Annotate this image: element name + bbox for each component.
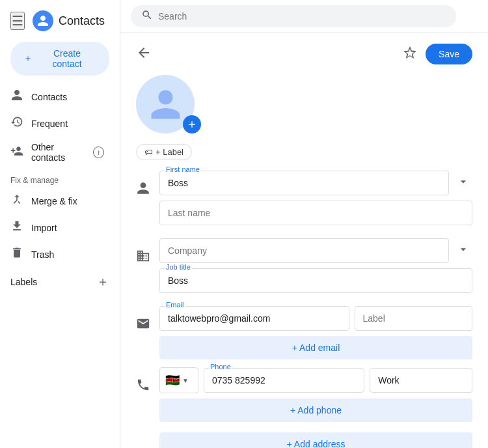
plus-icon: ＋ [23, 53, 33, 64]
app-avatar-icon [33, 10, 53, 31]
sidebar: ☰ Contacts ＋ Create contact Contacts Fre… [0, 0, 120, 448]
avatar-section [136, 75, 201, 133]
back-button[interactable] [136, 45, 152, 64]
sidebar-header: ☰ Contacts [0, 5, 120, 39]
form-area: Save 🏷 + Label [120, 33, 488, 448]
history-icon [10, 115, 23, 132]
person-add-icon [10, 145, 23, 161]
first-name-group: First name [159, 171, 472, 195]
create-contact-button[interactable]: ＋ Create contact [10, 42, 109, 76]
phone-input[interactable] [204, 368, 364, 393]
label-chip-icon: 🏷 [144, 147, 153, 157]
address-row: + Add address [136, 430, 472, 448]
add-email-label: + Add email [292, 343, 340, 353]
add-address-button[interactable]: + Add address [159, 432, 472, 448]
add-photo-button[interactable] [183, 115, 201, 133]
phone-row: 🇰🇪 ▼ Phone + Add phone [136, 367, 472, 422]
phone-label: Phone [209, 363, 232, 371]
job-title-label: Job title [165, 263, 192, 271]
last-name-input[interactable] [159, 201, 472, 225]
add-label-chip-button[interactable]: 🏷 + Label [136, 144, 192, 160]
email-form-icon [136, 306, 152, 334]
sidebar-item-trash[interactable]: Trash [0, 241, 115, 268]
name-fields: First name [159, 171, 472, 231]
company-group [159, 238, 472, 263]
expand-company-button[interactable] [454, 240, 472, 262]
person-icon [10, 89, 23, 105]
save-button[interactable]: Save [426, 44, 472, 64]
fix-manage-label: Fix & manage [0, 168, 120, 188]
phone-fields: 🇰🇪 ▼ Phone + Add phone [159, 367, 472, 422]
info-icon[interactable]: i [93, 147, 104, 158]
merge-icon [10, 193, 23, 209]
job-title-input[interactable] [159, 268, 472, 293]
app-title: Contacts [59, 14, 105, 28]
search-box[interactable] [131, 5, 456, 27]
email-field-wrapper: Email [159, 306, 349, 331]
job-title-group: Job title [159, 268, 472, 293]
labels-section: Labels ＋ [0, 268, 120, 296]
first-name-field-wrapper: First name [159, 171, 449, 195]
sidebar-merge-label: Merge & fix [31, 196, 77, 206]
first-name-input[interactable] [159, 171, 449, 195]
flag-emoji: 🇰🇪 [165, 373, 180, 387]
address-form-icon [136, 430, 152, 440]
topbar [120, 0, 488, 33]
sidebar-trash-label: Trash [31, 249, 54, 260]
company-form-icon [136, 238, 152, 266]
address-fields: + Add address [159, 430, 472, 448]
trash-icon [10, 246, 23, 262]
sidebar-item-contacts[interactable]: Contacts [0, 83, 115, 110]
add-phone-label: + Add phone [290, 405, 342, 415]
import-icon [10, 219, 23, 236]
toolbar-right: Save [402, 44, 472, 64]
company-row: Job title [136, 238, 472, 298]
add-label-row: 🏷 + Label [136, 144, 472, 160]
email-group: Email [159, 306, 472, 331]
sidebar-import-label: Import [31, 223, 57, 233]
add-address-label: + Add address [287, 439, 346, 448]
search-input[interactable] [158, 11, 446, 21]
last-name-group [159, 201, 472, 225]
add-label-button[interactable]: ＋ [96, 273, 109, 290]
first-name-label: First name [165, 165, 201, 173]
person-form-icon [136, 171, 152, 199]
company-input[interactable] [159, 238, 449, 263]
flag-caret-icon: ▼ [182, 377, 189, 384]
menu-button[interactable]: ☰ [10, 12, 25, 30]
label-chip-text: + Label [156, 147, 183, 157]
add-email-button[interactable]: + Add email [159, 336, 472, 359]
sidebar-frequent-label: Frequent [31, 119, 68, 129]
star-button[interactable] [402, 45, 418, 64]
phone-form-icon [136, 367, 152, 395]
add-phone-button[interactable]: + Add phone [159, 399, 472, 422]
sidebar-item-import[interactable]: Import [0, 214, 115, 241]
email-row: Email + Add email [136, 306, 472, 359]
form-toolbar: Save [136, 44, 472, 64]
expand-name-button[interactable] [454, 173, 472, 194]
sidebar-item-frequent[interactable]: Frequent [0, 110, 115, 137]
sidebar-item-other-contacts[interactable]: Other contacts i [0, 137, 115, 168]
phone-field-wrapper: Phone [204, 368, 364, 393]
app-logo: Contacts [33, 10, 105, 31]
sidebar-contacts-label: Contacts [31, 92, 67, 102]
labels-title: Labels [10, 277, 37, 287]
search-icon [141, 9, 153, 23]
email-fields: Email + Add email [159, 306, 472, 359]
sidebar-other-contacts-label: Other contacts [31, 142, 85, 163]
phone-label-input[interactable] [370, 368, 472, 393]
name-row: First name [136, 171, 472, 231]
job-title-field-wrapper: Job title [159, 268, 472, 293]
email-label-input[interactable] [355, 306, 472, 331]
create-contact-label: Create contact [38, 48, 96, 69]
company-fields: Job title [159, 238, 472, 298]
email-label: Email [165, 301, 185, 309]
country-flag-select[interactable]: 🇰🇪 ▼ [159, 367, 198, 393]
sidebar-item-merge-fix[interactable]: Merge & fix [0, 188, 115, 214]
main-content: Save 🏷 + Label [120, 0, 488, 448]
email-input[interactable] [159, 306, 349, 331]
phone-group: 🇰🇪 ▼ Phone [159, 367, 472, 393]
